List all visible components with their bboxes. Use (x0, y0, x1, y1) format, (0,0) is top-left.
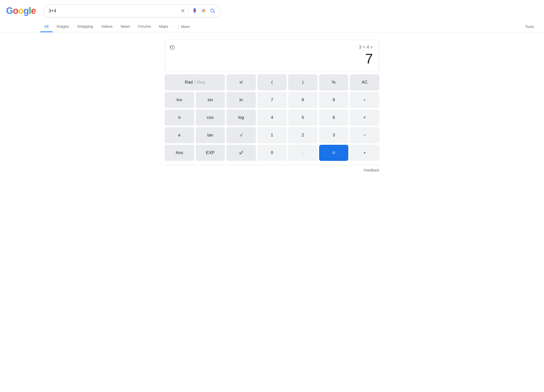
percent-button[interactable]: % (319, 74, 349, 90)
history-icon[interactable] (169, 44, 175, 50)
decimal-button[interactable]: . (288, 145, 318, 161)
deg-label: Deg (197, 80, 205, 85)
clear-button[interactable] (180, 8, 185, 13)
one-button[interactable]: 1 (257, 127, 287, 143)
tab-videos[interactable]: Videos (97, 21, 117, 32)
four-button[interactable]: 4 (257, 110, 287, 126)
rad-deg-button[interactable]: Rad Deg (165, 74, 225, 90)
rad-label: Rad (185, 80, 193, 85)
sin-button[interactable]: sin (196, 92, 225, 108)
lens-button[interactable] (201, 8, 207, 14)
tab-images[interactable]: Images (53, 21, 73, 32)
feedback-row: Feedback (165, 165, 379, 172)
svg-rect-2 (201, 9, 206, 13)
calculator: 3 + 4 = 7 Rad Deg x! ( ) % AC Inv sin ln… (159, 40, 385, 172)
seven-button[interactable]: 7 (257, 92, 287, 108)
ans-button[interactable]: Ans (165, 145, 194, 161)
search-icons (180, 8, 215, 14)
svg-point-5 (202, 11, 204, 12)
calc-result: 7 (171, 51, 373, 66)
equals-button[interactable]: = (319, 145, 349, 161)
eight-button[interactable]: 8 (288, 92, 318, 108)
tab-shopping[interactable]: Shopping (73, 21, 97, 32)
tab-all[interactable]: All (40, 21, 53, 32)
close-paren-button[interactable]: ) (288, 74, 318, 90)
add-button[interactable]: + (350, 145, 379, 161)
nav-tabs: All Images Shopping Videos News Forums M… (0, 19, 544, 32)
search-button[interactable] (210, 8, 215, 14)
tab-maps[interactable]: Maps (155, 21, 172, 32)
log-button[interactable]: log (226, 110, 256, 126)
divider (188, 8, 189, 14)
search-input[interactable] (49, 8, 178, 14)
three-button[interactable]: 3 (319, 127, 349, 143)
two-button[interactable]: 2 (288, 127, 318, 143)
sqrt-button[interactable]: √ (226, 127, 256, 143)
calc-buttons: Rad Deg x! ( ) % AC Inv sin ln 7 8 9 ÷ π… (165, 74, 379, 161)
subtract-button[interactable]: − (350, 127, 379, 143)
svg-point-6 (204, 11, 205, 12)
six-button[interactable]: 6 (319, 110, 349, 126)
calc-display: 3 + 4 = 7 (165, 40, 379, 71)
zero-button[interactable]: 0 (257, 145, 287, 161)
feedback-link[interactable]: Feedback (364, 168, 379, 172)
power-button[interactable]: xy (226, 145, 256, 161)
more-menu[interactable]: ⋮ More (172, 21, 194, 32)
search-bar (44, 5, 220, 17)
multiply-button[interactable]: × (350, 110, 379, 126)
exp-button[interactable]: EXP (196, 145, 225, 161)
inv-button[interactable]: Inv (165, 92, 194, 108)
open-paren-button[interactable]: ( (257, 74, 287, 90)
more-dots-icon: ⋮ (176, 24, 180, 29)
tools-button[interactable]: Tools (521, 21, 538, 32)
calc-expression: 3 + 4 = (171, 45, 373, 50)
google-logo: Google (6, 6, 36, 16)
tan-button[interactable]: tan (196, 127, 225, 143)
mic-button[interactable] (192, 8, 198, 14)
cos-button[interactable]: cos (196, 110, 225, 126)
ac-button[interactable]: AC (350, 74, 379, 90)
more-label: More (181, 24, 190, 29)
svg-point-3 (202, 10, 204, 11)
svg-point-4 (204, 10, 205, 11)
pi-button[interactable]: π (165, 110, 194, 126)
rad-deg-divider (195, 80, 195, 85)
five-button[interactable]: 5 (288, 110, 318, 126)
divide-button[interactable]: ÷ (350, 92, 379, 108)
factorial-button[interactable]: x! (226, 74, 256, 90)
header: Google (0, 0, 544, 17)
e-button[interactable]: e (165, 127, 194, 143)
nine-button[interactable]: 9 (319, 92, 349, 108)
ln-button[interactable]: ln (226, 92, 256, 108)
tab-news[interactable]: News (117, 21, 134, 32)
tab-forums[interactable]: Forums (134, 21, 155, 32)
